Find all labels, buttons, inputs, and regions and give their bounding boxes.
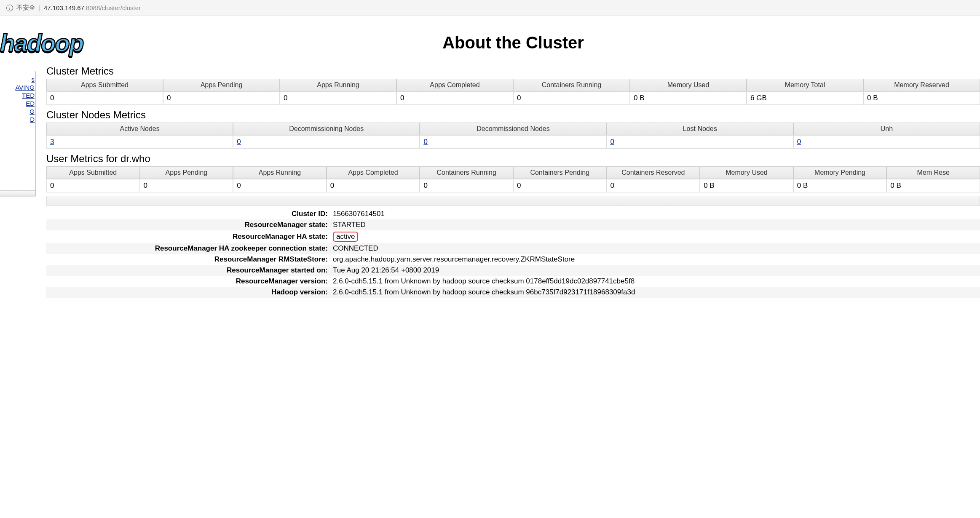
cluster-metrics-title: Cluster Metrics (46, 65, 980, 77)
table-header: Containers Pending (513, 166, 607, 179)
table-header: Containers Running (513, 79, 630, 91)
detail-value: STARTED (333, 221, 980, 229)
table-header: Apps Submitted (46, 166, 140, 179)
table-header: Memory Pending (793, 166, 887, 179)
nodes-metrics-table: Active NodesDecommissioning NodesDecommi… (46, 123, 980, 149)
address-separator: | (39, 4, 40, 11)
info-icon: i (6, 5, 13, 11)
table-cell: 6 GB (747, 91, 863, 105)
table-header: Apps Running (280, 79, 396, 91)
address-url: 47.103.149.67:8088/cluster/cluster (44, 4, 141, 11)
detail-label: ResourceManager started on: (46, 266, 333, 275)
browser-address-bar[interactable]: i 不安全 | 47.103.149.67:8088/cluster/clust… (0, 0, 980, 16)
table-cell: 0 B (886, 179, 980, 192)
cluster-metrics-table: Apps SubmittedApps PendingApps RunningAp… (46, 79, 980, 105)
detail-label: ResourceManager version: (46, 277, 333, 286)
table-cell-link[interactable]: 0 (610, 138, 614, 146)
detail-row: ResourceManager version:2.6.0-cdh5.15.1 … (46, 276, 980, 287)
table-cell: 0 (607, 135, 793, 149)
table-header: Apps Pending (163, 79, 280, 91)
detail-row: Cluster ID:1566307614501 (46, 208, 980, 219)
table-cell: 0 (140, 179, 233, 192)
table-cell: 0 (420, 135, 606, 149)
table-header: Memory Used (630, 79, 747, 91)
table-header: Lost Nodes (607, 123, 793, 135)
table-header: Mem Rese (886, 166, 980, 179)
detail-value: 1566307614501 (333, 210, 980, 218)
detail-row: ResourceManager HA state:active (46, 230, 980, 243)
table-cell-link[interactable]: 3 (50, 138, 54, 146)
address-host: 47.103.149.67 (44, 4, 84, 11)
table-header: Apps Pending (140, 166, 233, 179)
user-metrics-table: Apps SubmittedApps PendingApps RunningAp… (46, 166, 980, 192)
table-cell: 0 (233, 135, 420, 149)
page-title: About the Cluster (442, 33, 584, 52)
table-cell: 0 (233, 179, 327, 192)
table-cell: 0 (46, 179, 140, 192)
detail-label: ResourceManager RMStateStore: (46, 255, 333, 264)
detail-row: ResourceManager RMStateStore:org.apache.… (46, 254, 980, 265)
table-cell: 0 (163, 91, 280, 105)
detail-label: Cluster ID: (46, 210, 333, 218)
table-header: Unh (793, 123, 980, 135)
detail-row: ResourceManager state:STARTED (46, 219, 980, 230)
user-metrics-title: User Metrics for dr.who (46, 153, 980, 165)
detail-value: org.apache.hadoop.yarn.server.resourcema… (333, 255, 980, 264)
detail-value: CONNECTED (333, 244, 980, 253)
detail-value: active (333, 232, 980, 242)
table-cell-link[interactable]: 0 (797, 138, 801, 146)
table-cell: 0 (396, 91, 513, 105)
detail-label: ResourceManager state: (46, 221, 333, 229)
table-header: Decommissioning Nodes (233, 123, 420, 135)
table-header: Memory Total (747, 79, 863, 91)
table-cell: 0 (46, 91, 163, 105)
table-header: Apps Submitted (46, 79, 163, 91)
detail-row: Hadoop version:2.6.0-cdh5.15.1 from Unkn… (46, 287, 980, 298)
detail-value: Tue Aug 20 21:26:54 +0800 2019 (333, 266, 980, 275)
hadoop-logo: hadoop (46, 29, 83, 57)
table-cell-link[interactable]: 0 (423, 138, 427, 146)
nodes-metrics-title: Cluster Nodes Metrics (46, 109, 980, 121)
table-header: Apps Running (233, 166, 327, 179)
table-cell: 0 (420, 179, 513, 192)
info-band (46, 196, 980, 206)
table-cell: 0 (513, 179, 607, 192)
table-cell: 3 (46, 135, 233, 149)
table-header: Active Nodes (46, 123, 233, 135)
table-header: Memory Used (700, 166, 793, 179)
table-header: Apps Completed (396, 79, 513, 91)
table-cell: 0 B (630, 91, 747, 105)
detail-label: ResourceManager HA zookeeper connection … (46, 244, 333, 253)
detail-label: Hadoop version: (46, 288, 333, 296)
table-cell: 0 (513, 91, 630, 105)
table-cell: 0 (607, 179, 700, 192)
detail-value: 2.6.0-cdh5.15.1 from Unknown by hadoop s… (333, 277, 980, 286)
table-cell: 0 (327, 179, 420, 192)
main-content: hadoop About the Cluster Cluster Metrics… (0, 16, 980, 306)
insecure-label: 不安全 (16, 4, 35, 12)
detail-row: ResourceManager HA zookeeper connection … (46, 243, 980, 254)
detail-row: ResourceManager started on:Tue Aug 20 21… (46, 265, 980, 276)
cluster-details: Cluster ID:1566307614501ResourceManager … (46, 208, 980, 298)
table-header: Apps Completed (327, 166, 420, 179)
table-cell: 0 B (700, 179, 793, 192)
table-header: Memory Reserved (863, 79, 980, 91)
detail-value: 2.6.0-cdh5.15.1 from Unknown by hadoop s… (333, 288, 980, 296)
table-header: Decommissioned Nodes (420, 123, 606, 135)
table-cell: 0 B (793, 179, 887, 192)
table-cell: 0 (280, 91, 396, 105)
table-header: Containers Running (420, 166, 513, 179)
table-cell: 0 B (863, 91, 980, 105)
table-header: Containers Reserved (607, 166, 700, 179)
highlight-annotation: active (333, 232, 358, 242)
table-cell: 0 (793, 135, 980, 149)
logo-text: hadoop (0, 29, 83, 57)
table-cell-link[interactable]: 0 (237, 138, 241, 146)
address-path: :8088/cluster/cluster (84, 4, 141, 11)
detail-label: ResourceManager HA state: (46, 232, 333, 241)
